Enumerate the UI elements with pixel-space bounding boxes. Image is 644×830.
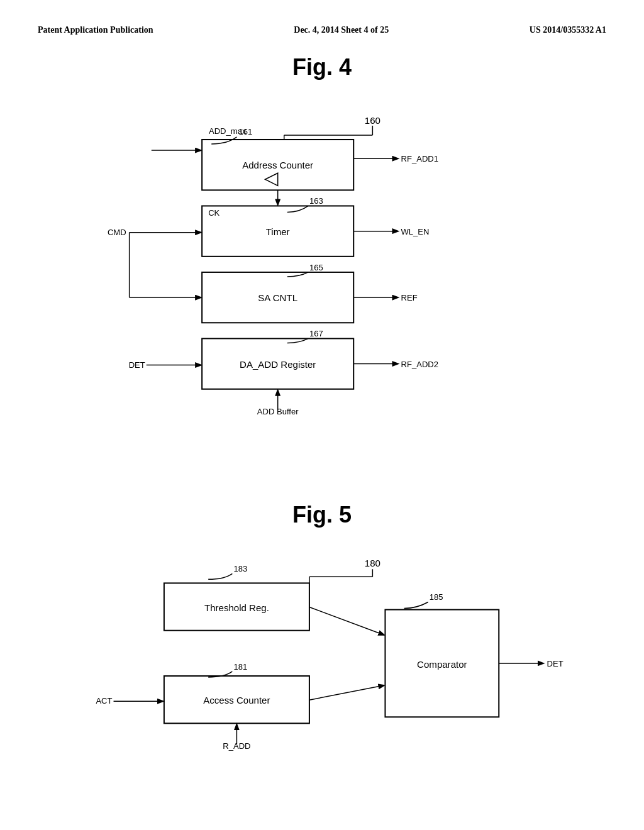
ref-185: 185	[430, 592, 443, 602]
ref-183: 183	[233, 564, 247, 573]
svg-line-29	[309, 607, 384, 635]
det-label-fig4: DET	[129, 360, 145, 370]
ck-label: CK	[208, 208, 219, 218]
ref-label: REF	[401, 293, 418, 302]
page-header: Patent Application Publication Dec. 4, 2…	[38, 25, 606, 35]
fig4-diagram: 160 Address Counter 161 ADD_max RF_ADD1 …	[38, 99, 606, 464]
rf-add1-label: RF_ADD1	[401, 154, 438, 163]
threshold-reg-label: Threshold Reg.	[204, 602, 269, 613]
comparator-label: Comparator	[417, 659, 467, 670]
add-max-label: ADD_max	[209, 126, 247, 136]
ref-163: 163	[309, 196, 323, 206]
ref-165: 165	[309, 263, 323, 272]
timer-label: Timer	[266, 226, 290, 237]
da-add-register-label: DA_ADD Register	[240, 359, 316, 370]
fig4-title: Fig. 4	[38, 54, 606, 80]
fig5-diagram: 180 Threshold Reg. 183 Access Counter 18…	[38, 547, 606, 799]
det-label-fig5: DET	[547, 659, 564, 668]
cmd-label: CMD	[108, 228, 126, 237]
fig4-svg: 160 Address Counter 161 ADD_max RF_ADD1 …	[38, 99, 606, 464]
rf-add2-label: RF_ADD2	[401, 360, 438, 369]
sa-cntl-label: SA CNTL	[258, 292, 297, 303]
access-counter-label: Access Counter	[203, 695, 270, 706]
page: Patent Application Publication Dec. 4, 2…	[0, 0, 644, 830]
fig5-ref-180: 180	[365, 558, 380, 568]
address-counter-label: Address Counter	[242, 160, 313, 170]
ref-167: 167	[309, 329, 323, 338]
header-right: US 2014/0355332 A1	[530, 25, 606, 35]
header-center: Dec. 4, 2014 Sheet 4 of 25	[294, 25, 389, 35]
fig4-ref-160: 160	[365, 115, 380, 126]
act-label: ACT	[96, 696, 112, 706]
fig5-title: Fig. 5	[38, 502, 606, 528]
ref-181: 181	[233, 662, 247, 672]
fig5-svg: 180 Threshold Reg. 183 Access Counter 18…	[38, 547, 606, 799]
svg-line-30	[309, 685, 384, 700]
header-left: Patent Application Publication	[38, 25, 153, 35]
wl-en-label: WL_EN	[401, 227, 430, 236]
